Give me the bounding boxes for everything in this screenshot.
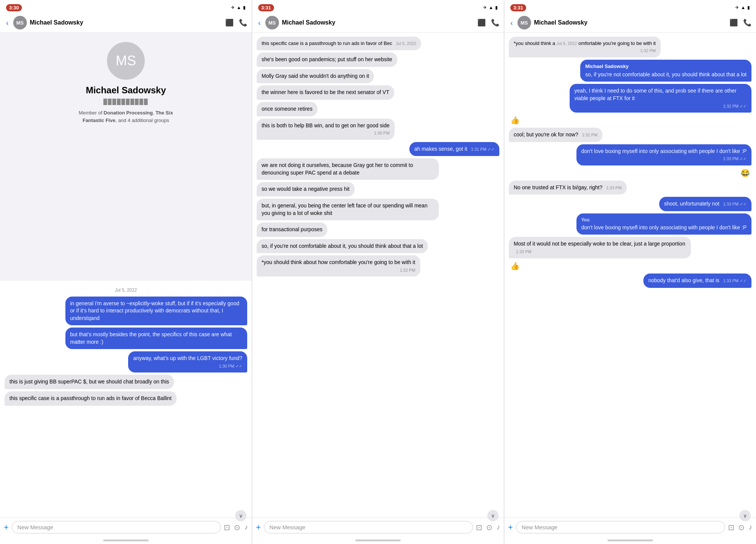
video-icon-2[interactable]: ⬛ [477, 19, 486, 27]
message-row: this is both to help BB win, and to get … [257, 119, 499, 140]
bubble: but that's mostly besides the point, the… [65, 328, 248, 349]
sticker-icon-2[interactable]: ⊡ [476, 523, 482, 532]
bubble: You don't love boxing mysefl into only a… [576, 213, 751, 235]
status-time-2: 3:31 [258, 4, 274, 11]
bubble-time: 1:31 PM ✓✓ [471, 147, 494, 151]
message-row: cool; but you're ok for now? 1:32 PM [509, 128, 751, 142]
message-row: this specific case is a passthrough to r… [5, 391, 247, 406]
profile-phone: ██████████ [103, 99, 148, 105]
header-icons-3: ⬛ 📞 [730, 19, 751, 27]
mic-icon-1[interactable]: ♪ [244, 523, 248, 532]
message-row: Michael Sadowsky so, if you're not comfo… [509, 60, 751, 82]
chat-messages-1: Jul 5, 2022 in general I'm averse to ~ex… [0, 281, 252, 518]
scroll-down-indicator-2[interactable]: ∨ [487, 510, 499, 521]
status-bar-1: 3:30 ✈ ▲ ▮ [0, 0, 252, 14]
add-button-3[interactable]: + [508, 522, 513, 532]
scroll-down-indicator-3[interactable]: ∨ [739, 510, 751, 521]
message-row: this specific case is a passthrough to r… [257, 37, 499, 50]
profile-groups: Member of Donation Processing, The Six F… [77, 109, 175, 124]
bubble-time: 1:33 PM ✓✓ [581, 156, 747, 162]
mic-icon-3[interactable]: ♪ [748, 523, 752, 532]
bubble: No one trusted at FTX is bi/gay, right? … [509, 181, 627, 195]
message-input-3[interactable]: New Message [516, 521, 725, 533]
bubble: anyway, what's up with the LGBT victory … [128, 351, 247, 372]
bubble-time: 1:32 PM [514, 48, 656, 54]
camera-icon-1[interactable]: ⊙ [234, 523, 240, 532]
chat-header-1: ‹ MS Michael Sadowsky ⬛ 📞 [0, 14, 252, 33]
home-bar-1 [103, 539, 149, 541]
bubble-time: 1:30 PM [262, 130, 390, 136]
back-button-3[interactable]: ‹ [509, 18, 514, 28]
battery-icon-3: ▮ [747, 5, 750, 10]
input-bar-3: + New Message ⊡ ⊙ ♪ [504, 518, 756, 536]
emoji-row-2: 👍 [509, 261, 751, 271]
chat-header-3: ‹ MS Michael Sadowsky ⬛ 📞 [504, 14, 756, 33]
sender-name: Michael Sadowsky [585, 63, 747, 70]
bubble-time: 1:33 PM ✓✓ [723, 278, 747, 283]
input-bar-1: + New Message ⊡ ⊙ ♪ [0, 518, 252, 536]
message-input-2[interactable]: New Message [264, 521, 473, 533]
message-row: *you should think a Jul 5, 2022 omfortab… [509, 37, 751, 57]
airplane-icon: ✈ [231, 5, 235, 10]
message-row: *you should think about how comfortable … [257, 255, 499, 277]
phone-icon-2[interactable]: 📞 [491, 19, 499, 27]
add-button-2[interactable]: + [256, 522, 261, 532]
message-input-1[interactable]: New Message [12, 521, 221, 533]
bubble-time: 1:30 PM ✓✓ [133, 363, 242, 369]
battery-icon-2: ▮ [495, 5, 498, 10]
phone-screen-3: 3:31 ✈ ▲ ▮ ‹ MS Michael Sadowsky ⬛ 📞 *yo… [504, 0, 756, 544]
bubble: cool; but you're ok for now? 1:32 PM [509, 128, 603, 142]
message-row: so we would take a negative press hit [257, 182, 499, 196]
input-icons-3: ⊡ ⊙ ♪ [728, 523, 752, 532]
phone-icon-1[interactable]: 📞 [239, 19, 247, 27]
message-row: nobody that'd also give, that is 1:33 PM… [509, 274, 751, 288]
header-icons-2: ⬛ 📞 [477, 19, 499, 27]
back-button-1[interactable]: ‹ [5, 18, 10, 28]
status-time-3: 3:31 [510, 4, 526, 11]
add-button-1[interactable]: + [4, 522, 9, 532]
status-icons-1: ✈ ▲ ▮ [231, 5, 246, 10]
mic-icon-2[interactable]: ♪ [496, 523, 500, 532]
home-indicator-1 [0, 536, 252, 544]
airplane-icon-2: ✈ [483, 5, 487, 10]
message-row: but that's mostly besides the point, the… [5, 328, 247, 349]
message-row: Molly Gray said she wouldn't do anything… [257, 69, 499, 83]
bubble: so we would take a negative press hit [257, 182, 355, 196]
message-row: No one trusted at FTX is bi/gay, right? … [509, 181, 751, 195]
home-bar-3 [607, 539, 653, 541]
phone-screen-2: 3:31 ✈ ▲ ▮ ‹ MS Michael Sadowsky ⬛ 📞 thi… [252, 0, 504, 544]
back-button-2[interactable]: ‹ [257, 18, 262, 28]
video-icon-3[interactable]: ⬛ [730, 19, 738, 27]
message-row: for transactional purposes [257, 223, 499, 237]
message-row: ah makes sense, got it 1:31 PM ✓✓ [257, 142, 499, 156]
message-row: in general I'm averse to ~explicitly-wok… [5, 297, 247, 326]
scroll-down-indicator-1[interactable]: ∨ [235, 510, 246, 521]
video-icon-1[interactable]: ⬛ [225, 19, 234, 27]
profile-content: MS Michael Sadowsky ██████████ Member of… [0, 33, 252, 281]
bubble: for transactional purposes [257, 223, 327, 237]
status-icons-3: ✈ ▲ ▮ [735, 5, 750, 10]
avatar-small-3: MS [517, 16, 531, 29]
home-bar-2 [355, 539, 401, 541]
chat-messages-3: *you should think a Jul 5, 2022 omfortab… [504, 33, 756, 518]
bubble-time: 1:32 PM ✓✓ [575, 104, 747, 109]
input-icons-1: ⊡ ⊙ ♪ [224, 523, 248, 532]
bubble: nobody that'd also give, that is 1:33 PM… [643, 274, 751, 288]
phone-icon-3[interactable]: 📞 [743, 19, 751, 27]
header-name-2: Michael Sadowsky [282, 19, 474, 26]
message-row: yeah, I think I need to do some of this,… [509, 84, 751, 113]
bubble: Most of it would not be especially woke … [509, 237, 691, 258]
airplane-icon-3: ✈ [735, 5, 739, 10]
message-row: You don't love boxing mysefl into only a… [509, 213, 751, 235]
bubble: this specific case is a passthrough to r… [257, 37, 421, 50]
battery-icon: ▮ [243, 5, 246, 10]
camera-icon-2[interactable]: ⊙ [486, 523, 493, 532]
bubble-time: 1:32 PM [262, 267, 415, 273]
bubble: ah makes sense, got it 1:31 PM ✓✓ [409, 142, 499, 156]
emoji-row-sent: 😂 [509, 168, 751, 178]
bubble-time: 1:33 PM ✓✓ [723, 202, 747, 206]
sticker-icon-3[interactable]: ⊡ [728, 523, 734, 532]
message-row: once someone retires [257, 102, 499, 116]
camera-icon-3[interactable]: ⊙ [738, 523, 745, 532]
sticker-icon-1[interactable]: ⊡ [224, 523, 230, 532]
